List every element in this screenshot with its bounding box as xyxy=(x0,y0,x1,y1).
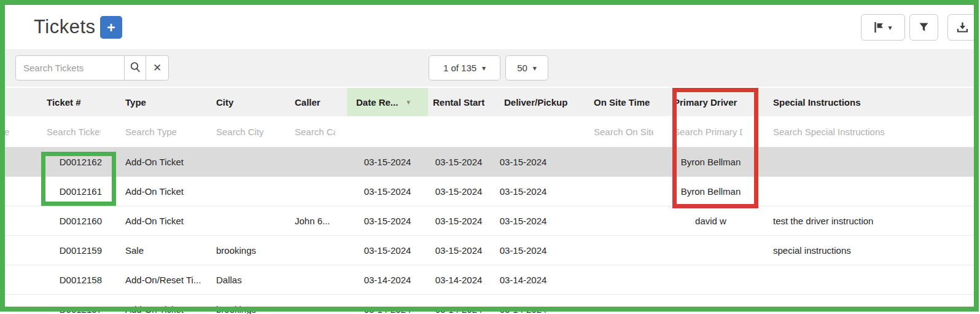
cell-deliver_pickup: 03-15-2024 xyxy=(489,245,557,256)
filter-placeholder-on_site_time: Search On Site Time xyxy=(594,127,653,137)
cell-special_instructions: test the driver instruction xyxy=(758,216,979,226)
column-header-type[interactable]: Type xyxy=(120,97,215,108)
column-header-city[interactable]: City xyxy=(215,97,294,108)
cell-deliver_pickup: 03-15-2024 xyxy=(489,186,557,197)
column-header-caller[interactable]: Caller xyxy=(294,97,347,108)
funnel-icon xyxy=(919,22,929,33)
ticket-row-D0012159[interactable]: D0012159Salebrookings03-15-202403-15-202… xyxy=(0,236,979,265)
page-indicator-dropdown[interactable]: 1 of 135 ▾ xyxy=(429,55,500,80)
cell-date_requested: 03-15-2024 xyxy=(347,245,428,256)
grid-toolbar: ✕ ◁ ◁ ▷ ▷ 1 of 135 ▾ xyxy=(0,49,980,87)
filter-input-primary_driver[interactable]: Search Primary Driver xyxy=(663,126,758,138)
column-header-label-special_instructions: Special Instructions xyxy=(773,97,861,108)
cell-type: Add-On Ticket xyxy=(120,157,215,167)
close-icon: ✕ xyxy=(153,61,161,74)
cell-special_instructions: special instructions xyxy=(758,245,979,256)
cell-type: Add-On/Reset Ti... xyxy=(120,275,215,285)
ticket-row-D0012158[interactable]: D0012158Add-On/Reset Ti...Dallas03-14-20… xyxy=(0,265,979,295)
cell-rental_start: 03-14-2024 xyxy=(428,304,489,314)
filter-placeholder-ticket: Search Ticket # xyxy=(47,127,101,137)
grid-filter-row: e Search Ticket #Search TypeSearch CityS… xyxy=(0,116,979,147)
cell-rental_start: 03-15-2024 xyxy=(428,245,489,256)
cell-date_requested: 03-15-2024 xyxy=(347,186,428,197)
cell-type: Sale xyxy=(120,245,215,256)
grid-header-row: Ticket #TypeCityCallerDate Re...▼Rental … xyxy=(0,88,979,116)
ticket-row-D0012161[interactable]: D0012161Add-On Ticket03-15-202403-15-202… xyxy=(0,177,979,206)
add-ticket-button[interactable]: + xyxy=(100,16,122,39)
ticket-row-D0012160[interactable]: D0012160Add-On TicketJohn 6...03-15-2024… xyxy=(0,206,979,236)
cell-deliver_pickup: 03-15-2024 xyxy=(489,157,557,167)
column-header-date_requested[interactable]: Date Re...▼ xyxy=(347,88,428,116)
cell-ticket: D0012159 xyxy=(38,245,120,256)
cell-ticket: D0012160 xyxy=(38,216,120,226)
chevron-down-icon: ▾ xyxy=(533,65,537,72)
filter-input-special_instructions[interactable]: Search Special Instructions xyxy=(758,126,979,138)
filter-input-type[interactable]: Search Type xyxy=(120,126,215,138)
cell-date_requested: 03-14-2024 xyxy=(347,275,428,285)
column-header-label-date_requested: Date Re... xyxy=(356,97,398,108)
filter-placeholder-primary_driver: Search Primary Driver xyxy=(674,127,742,137)
cell-deliver_pickup: 03-14-2024 xyxy=(489,275,557,285)
cell-deliver_pickup: 03-15-2024 xyxy=(489,216,557,226)
search-input[interactable] xyxy=(15,55,125,80)
cell-caller: John 6... xyxy=(294,216,347,226)
column-header-rental_start[interactable]: Rental Start xyxy=(428,97,489,108)
filter-input-caller[interactable]: Search Caller xyxy=(294,126,347,138)
cell-rental_start: 03-15-2024 xyxy=(428,216,489,226)
filter-input-rental_start xyxy=(428,127,489,137)
clear-search-button[interactable]: ✕ xyxy=(146,55,169,80)
cell-type: Add-On Ticket xyxy=(120,304,215,314)
cell-rental_start: 03-15-2024 xyxy=(428,157,489,167)
column-header-label-rental_start: Rental Start xyxy=(433,97,484,108)
download-icon xyxy=(957,22,968,33)
filter-input-on_site_time[interactable]: Search On Site Time xyxy=(557,126,663,138)
export-download-button[interactable] xyxy=(947,14,977,41)
cell-ticket: D0012161 xyxy=(38,186,120,197)
cell-date_requested: 03-14-2024 xyxy=(347,304,428,314)
filter-button[interactable] xyxy=(909,14,938,41)
column-header-special_instructions[interactable]: Special Instructions xyxy=(758,97,979,108)
column-header-on_site_time[interactable]: On Site Time xyxy=(557,97,663,108)
filter-input-ticket[interactable]: Search Ticket # xyxy=(38,126,120,138)
flag-filter-button[interactable]: ▾ xyxy=(861,14,905,41)
cell-city: brookings xyxy=(215,304,294,314)
search-button[interactable] xyxy=(124,55,146,80)
column-header-label-city: City xyxy=(216,97,233,108)
flag-icon xyxy=(874,22,884,33)
cell-primary_driver: david w xyxy=(663,216,758,226)
cell-date_requested: 03-15-2024 xyxy=(347,216,428,226)
cell-ticket: D0012157 xyxy=(38,304,120,314)
column-header-ticket[interactable]: Ticket # xyxy=(38,97,120,108)
filter-input-deliver_pickup xyxy=(489,127,557,137)
cell-primary_driver: Byron Bellman xyxy=(663,157,758,167)
cell-type: Add-On Ticket xyxy=(120,216,215,226)
tickets-grid: Ticket #TypeCityCallerDate Re...▼Rental … xyxy=(0,88,979,314)
page-size-label: 50 xyxy=(517,63,527,73)
filter-placeholder-city: Search City xyxy=(216,127,264,137)
column-header-deliver_pickup[interactable]: Deliver/Pickup xyxy=(489,97,557,108)
column-header-label-caller: Caller xyxy=(295,97,321,108)
filter-input-city[interactable]: Search City xyxy=(215,126,294,138)
filter-placeholder-special_instructions: Search Special Instructions xyxy=(773,127,885,137)
page-indicator-label: 1 of 135 xyxy=(443,63,476,73)
column-header-label-on_site_time: On Site Time xyxy=(594,97,650,108)
cell-type: Add-On Ticket xyxy=(120,186,215,197)
ticket-row-D0012157[interactable]: D0012157Add-On Ticketbrookings03-14-2024… xyxy=(0,295,979,314)
search-icon xyxy=(130,61,141,75)
column-header-label-primary_driver: Primary Driver xyxy=(674,97,737,108)
cell-deliver_pickup: 03-14-2024 xyxy=(489,304,557,314)
page-size-dropdown[interactable]: 50 ▾ xyxy=(505,55,548,80)
page-title: Tickets xyxy=(34,16,96,38)
cell-rental_start: 03-14-2024 xyxy=(428,275,489,285)
cell-primary_driver: Byron Bellman xyxy=(663,186,758,197)
ticket-row-D0012162[interactable]: D0012162Add-On Ticket03-15-202403-15-202… xyxy=(0,147,979,177)
tickets-page: Tickets + ▾ xyxy=(0,0,980,314)
sort-desc-icon[interactable]: ▼ xyxy=(405,99,411,106)
clipped-filter-text: e xyxy=(4,127,10,137)
column-header-primary_driver[interactable]: Primary Driver xyxy=(663,97,758,108)
column-header-label-type: Type xyxy=(125,97,146,108)
chevron-down-icon: ▾ xyxy=(888,24,892,31)
plus-icon: + xyxy=(107,20,115,36)
cell-date_requested: 03-15-2024 xyxy=(347,157,428,167)
filter-placeholder-caller: Search Caller xyxy=(295,127,335,137)
